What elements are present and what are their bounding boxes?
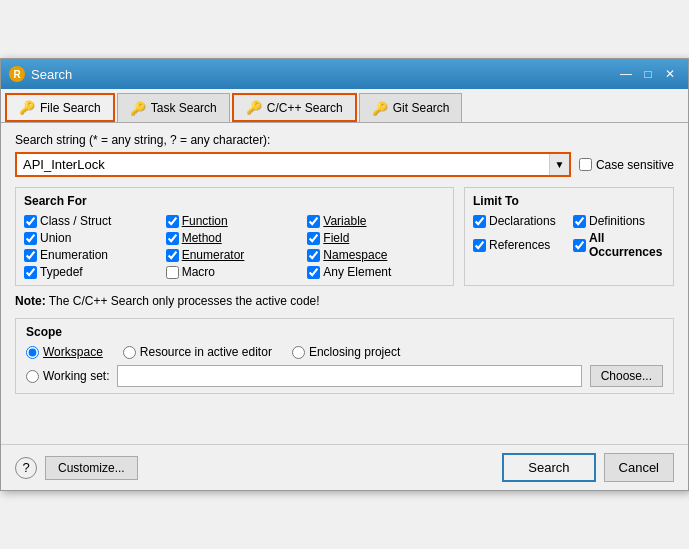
customize-button[interactable]: Customize... [45, 456, 138, 480]
checkbox-any-element-input[interactable] [307, 266, 320, 279]
note-text: The C/C++ Search only processes the acti… [46, 294, 320, 308]
scope-resource-radio[interactable] [123, 346, 136, 359]
panels-row: Search For Class / Struct Function Varia… [15, 187, 674, 286]
checkbox-variable-input[interactable] [307, 215, 320, 228]
checkbox-typedef-label: Typedef [40, 265, 83, 279]
git-search-tab-icon: 🔑 [372, 101, 388, 116]
checkbox-declarations: Declarations [473, 214, 565, 228]
scope-resource-item: Resource in active editor [123, 345, 272, 359]
checkbox-enumeration: Enumeration [24, 248, 162, 262]
checkbox-class-struct: Class / Struct [24, 214, 162, 228]
checkbox-method: Method [166, 231, 304, 245]
scope-working-set-radio[interactable] [26, 370, 39, 383]
scope-radios-row: Workspace Resource in active editor Encl… [26, 345, 663, 359]
checkbox-union: Union [24, 231, 162, 245]
search-input[interactable] [17, 154, 549, 175]
minimize-button[interactable]: ― [616, 65, 636, 83]
checkbox-enumeration-label: Enumeration [40, 248, 108, 262]
working-set-row: Working set: Choose... [26, 365, 663, 387]
checkbox-macro: Macro [166, 265, 304, 279]
scope-resource-label: Resource in active editor [140, 345, 272, 359]
checkbox-definitions-label: Definitions [589, 214, 645, 228]
close-button[interactable]: ✕ [660, 65, 680, 83]
search-dropdown-button[interactable]: ▼ [549, 154, 569, 175]
checkbox-method-label: Method [182, 231, 222, 245]
checkbox-definitions-input[interactable] [573, 215, 586, 228]
checkbox-namespace-label: Namespace [323, 248, 387, 262]
working-set-input[interactable] [117, 365, 581, 387]
dialog-content: Search string (* = any string, ? = any c… [1, 123, 688, 444]
checkbox-any-element: Any Element [307, 265, 445, 279]
title-bar-controls: ― □ ✕ [616, 65, 680, 83]
checkbox-field: Field [307, 231, 445, 245]
scope-title: Scope [26, 325, 663, 339]
checkbox-field-input[interactable] [307, 232, 320, 245]
checkbox-all-occurrences-input[interactable] [573, 239, 586, 252]
checkbox-namespace-input[interactable] [307, 249, 320, 262]
scope-workspace-radio[interactable] [26, 346, 39, 359]
search-string-label: Search string (* = any string, ? = any c… [15, 133, 674, 147]
search-button[interactable]: Search [502, 453, 595, 482]
task-search-tab-icon: 🔑 [130, 101, 146, 116]
checkbox-method-input[interactable] [166, 232, 179, 245]
scope-section: Scope Workspace Resource in active edito… [15, 318, 674, 394]
tab-cpp-search-label: C/C++ Search [267, 101, 343, 115]
checkbox-function: Function [166, 214, 304, 228]
tab-task-search[interactable]: 🔑 Task Search [117, 93, 230, 122]
spacer [15, 404, 674, 434]
tab-file-search[interactable]: 🔑 File Search [5, 93, 115, 122]
search-input-row: ▼ Case sensitive [15, 152, 674, 177]
tab-git-search[interactable]: 🔑 Git Search [359, 93, 463, 122]
scope-workspace-item: Workspace [26, 345, 103, 359]
dialog-footer: ? Customize... Search Cancel [1, 444, 688, 490]
checkbox-function-label: Function [182, 214, 228, 228]
checkbox-references-label: References [489, 238, 550, 252]
help-button[interactable]: ? [15, 457, 37, 479]
maximize-button[interactable]: □ [638, 65, 658, 83]
checkbox-all-occurrences: All Occurrences [573, 231, 665, 259]
tab-task-search-label: Task Search [151, 101, 217, 115]
checkbox-enumerator: Enumerator [166, 248, 304, 262]
limit-to-panel: Limit To Declarations Definitions Refere… [464, 187, 674, 286]
scope-enclosing-item: Enclosing project [292, 345, 400, 359]
app-icon: R [9, 66, 25, 82]
tab-cpp-search[interactable]: 🔑 C/C++ Search [232, 93, 357, 122]
checkbox-enumeration-input[interactable] [24, 249, 37, 262]
note-row: Note: The C/C++ Search only processes th… [15, 294, 674, 308]
tab-git-search-label: Git Search [393, 101, 450, 115]
note-bold: Note: [15, 294, 46, 308]
file-search-tab-icon: 🔑 [19, 100, 35, 115]
checkbox-field-label: Field [323, 231, 349, 245]
checkbox-class-struct-label: Class / Struct [40, 214, 111, 228]
footer-left: ? Customize... [15, 456, 138, 480]
tabs-bar: 🔑 File Search 🔑 Task Search 🔑 C/C++ Sear… [1, 89, 688, 123]
working-set-label: Working set: [43, 369, 109, 383]
choose-button[interactable]: Choose... [590, 365, 663, 387]
title-bar: R Search ― □ ✕ [1, 59, 688, 89]
checkbox-variable: Variable [307, 214, 445, 228]
checkbox-macro-input[interactable] [166, 266, 179, 279]
checkbox-all-occurrences-label: All Occurrences [589, 231, 665, 259]
limit-to-title: Limit To [473, 194, 665, 208]
checkbox-declarations-input[interactable] [473, 215, 486, 228]
checkbox-macro-label: Macro [182, 265, 215, 279]
scope-enclosing-radio[interactable] [292, 346, 305, 359]
checkbox-variable-label: Variable [323, 214, 366, 228]
tab-file-search-label: File Search [40, 101, 101, 115]
cancel-button[interactable]: Cancel [604, 453, 674, 482]
checkbox-typedef: Typedef [24, 265, 162, 279]
checkbox-enumerator-input[interactable] [166, 249, 179, 262]
search-for-title: Search For [24, 194, 445, 208]
case-sensitive-checkbox[interactable] [579, 158, 592, 171]
case-sensitive-row: Case sensitive [579, 158, 674, 172]
checkbox-function-input[interactable] [166, 215, 179, 228]
search-for-grid: Class / Struct Function Variable Union [24, 214, 445, 279]
checkbox-class-struct-input[interactable] [24, 215, 37, 228]
cpp-search-tab-icon: 🔑 [246, 100, 262, 115]
checkbox-union-input[interactable] [24, 232, 37, 245]
checkbox-definitions: Definitions [573, 214, 665, 228]
checkbox-references-input[interactable] [473, 239, 486, 252]
checkbox-typedef-input[interactable] [24, 266, 37, 279]
checkbox-references: References [473, 231, 565, 259]
checkbox-any-element-label: Any Element [323, 265, 391, 279]
